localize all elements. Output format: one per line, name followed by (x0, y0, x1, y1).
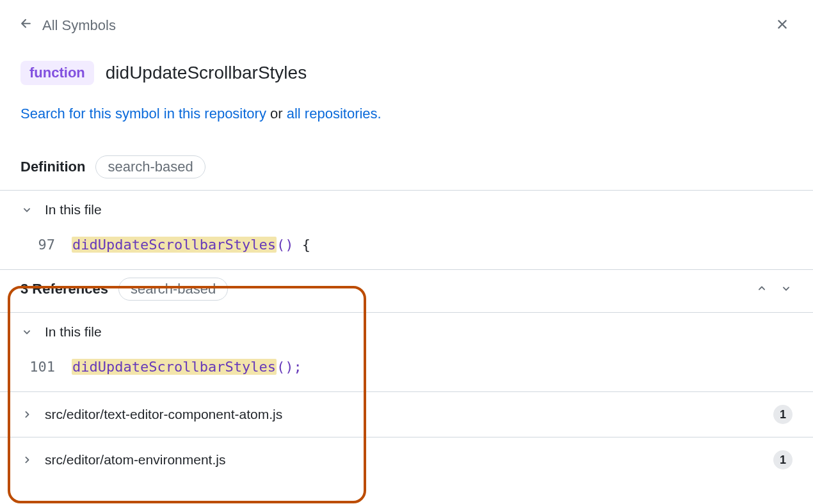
references-section-header: 3 References search-based (0, 270, 813, 312)
symbol-name: didUpdateScrollbarStyles (106, 63, 307, 83)
search-in-repo-link[interactable]: Search for this symbol in this repositor… (20, 106, 266, 122)
nav-next-button[interactable] (780, 282, 793, 297)
references-nav (755, 282, 793, 297)
nav-prev-button[interactable] (755, 282, 768, 297)
chevron-down-icon (20, 326, 33, 338)
back-to-all-symbols[interactable]: All Symbols (19, 17, 116, 35)
reference-file-path: src/editor/atom-environment.js (45, 452, 225, 468)
close-icon (775, 17, 790, 32)
arrow-left-icon (19, 17, 33, 35)
references-badge: search-based (118, 278, 228, 301)
search-all-repos-link[interactable]: all repositories. (287, 106, 382, 122)
definition-code: didUpdateScrollbarStyles() { (72, 237, 310, 253)
back-label: All Symbols (42, 17, 116, 34)
highlighted-symbol: didUpdateScrollbarStyles (72, 359, 277, 375)
chevron-down-icon (780, 282, 793, 295)
highlighted-symbol: didUpdateScrollbarStyles (72, 237, 277, 253)
definition-file-row[interactable]: In this file (0, 191, 813, 229)
definition-file-label: In this file (45, 202, 102, 217)
references-title: 3 References (20, 281, 108, 297)
chevron-up-icon (755, 282, 768, 295)
reference-other-file-row[interactable]: src/editor/atom-environment.js 1 (0, 437, 813, 482)
or-separator: or (266, 106, 287, 122)
code-parens: () (277, 237, 294, 253)
close-button[interactable] (772, 14, 793, 36)
definition-title: Definition (20, 159, 85, 175)
symbol-title-row: function didUpdateScrollbarStyles (0, 43, 813, 97)
search-links-row: Search for this symbol in this repositor… (0, 97, 813, 149)
reference-other-file-row[interactable]: src/editor/text-editor-component-atom.js… (0, 392, 813, 437)
chevron-right-icon (20, 408, 33, 421)
reference-count-badge: 1 (773, 405, 793, 424)
code-brace: { (293, 237, 310, 253)
definition-badge: search-based (95, 155, 205, 178)
definition-line-number: 97 (29, 237, 55, 253)
reference-file-path: src/editor/text-editor-component-atom.js (45, 407, 282, 422)
reference-code: didUpdateScrollbarStyles(); (72, 359, 302, 375)
panel-header: All Symbols (0, 0, 813, 43)
chevron-right-icon (20, 453, 33, 466)
references-file-row[interactable]: In this file (0, 313, 813, 351)
definition-section-header: Definition search-based (0, 149, 813, 190)
symbol-kind-badge: function (20, 61, 94, 85)
chevron-down-icon (20, 203, 33, 216)
reference-code-row[interactable]: 101 didUpdateScrollbarStyles(); (0, 351, 813, 391)
reference-line-number: 101 (29, 359, 55, 375)
definition-code-row[interactable]: 97 didUpdateScrollbarStyles() { (0, 229, 813, 269)
reference-count-badge: 1 (773, 450, 793, 469)
references-file-label: In this file (45, 324, 102, 340)
code-suffix: (); (277, 359, 302, 375)
